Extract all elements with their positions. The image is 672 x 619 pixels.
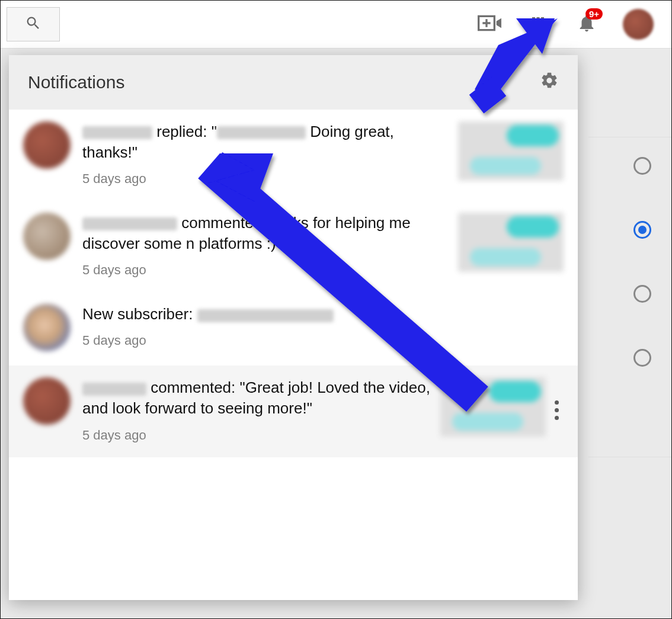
notification-item[interactable]: New subscriber: 5 days ago bbox=[9, 292, 578, 365]
apps-grid-icon bbox=[529, 14, 547, 34]
account-avatar[interactable] bbox=[623, 9, 654, 40]
search-button[interactable] bbox=[7, 7, 60, 41]
notification-time: 5 days ago bbox=[82, 333, 564, 348]
notification-body: New subscriber: 5 days ago bbox=[82, 304, 564, 351]
video-plus-icon bbox=[478, 14, 501, 34]
notifications-panel: Notifications replied: " Doing great, th… bbox=[9, 55, 578, 600]
video-thumbnail[interactable] bbox=[458, 121, 564, 181]
notification-item[interactable]: replied: " Doing great, thanks!"5 days a… bbox=[9, 110, 578, 201]
notification-item[interactable]: commented: "anks for helping me discover… bbox=[9, 201, 578, 292]
notification-text: New subscriber: bbox=[82, 304, 564, 325]
notification-body: commented: "Great job! Loved the video, … bbox=[82, 377, 432, 442]
panel-header: Notifications bbox=[9, 55, 578, 110]
create-video-button[interactable] bbox=[477, 12, 502, 37]
top-right-icons: 9+ bbox=[477, 9, 654, 40]
notifications-button[interactable]: 9+ bbox=[574, 12, 599, 37]
notification-settings-button[interactable] bbox=[540, 71, 559, 94]
panel-title: Notifications bbox=[28, 72, 124, 92]
sender-avatar[interactable] bbox=[23, 304, 71, 351]
notification-time: 5 days ago bbox=[82, 262, 450, 278]
notification-count-badge: 9+ bbox=[585, 8, 603, 20]
notification-body: replied: " Doing great, thanks!"5 days a… bbox=[82, 121, 450, 187]
sender-avatar[interactable] bbox=[23, 377, 71, 425]
radio-option[interactable] bbox=[633, 349, 651, 367]
notification-text: commented: "Great job! Loved the video, … bbox=[82, 377, 432, 419]
divider bbox=[588, 457, 671, 457]
notification-item[interactable]: commented: "Great job! Loved the video, … bbox=[9, 365, 578, 457]
search-icon bbox=[25, 15, 41, 34]
sender-avatar[interactable] bbox=[23, 121, 71, 169]
notification-text: replied: " Doing great, thanks!" bbox=[82, 121, 450, 163]
radio-option[interactable] bbox=[633, 157, 651, 175]
notification-body: commented: "anks for helping me discover… bbox=[82, 213, 450, 278]
notification-time: 5 days ago bbox=[82, 428, 432, 443]
notification-menu-button[interactable] bbox=[549, 377, 564, 442]
top-bar: 9+ bbox=[1, 1, 671, 48]
video-thumbnail[interactable] bbox=[458, 213, 564, 272]
radio-option[interactable] bbox=[633, 221, 651, 239]
notification-list: replied: " Doing great, thanks!"5 days a… bbox=[9, 110, 578, 600]
divider bbox=[588, 137, 671, 137]
sender-avatar[interactable] bbox=[23, 213, 71, 260]
notification-text: commented: "anks for helping me discover… bbox=[82, 213, 450, 254]
side-radio-group bbox=[633, 157, 651, 367]
gear-icon bbox=[540, 74, 559, 94]
notification-time: 5 days ago bbox=[82, 171, 450, 187]
radio-option[interactable] bbox=[633, 285, 651, 303]
apps-button[interactable] bbox=[526, 12, 551, 37]
video-thumbnail[interactable] bbox=[440, 377, 546, 437]
